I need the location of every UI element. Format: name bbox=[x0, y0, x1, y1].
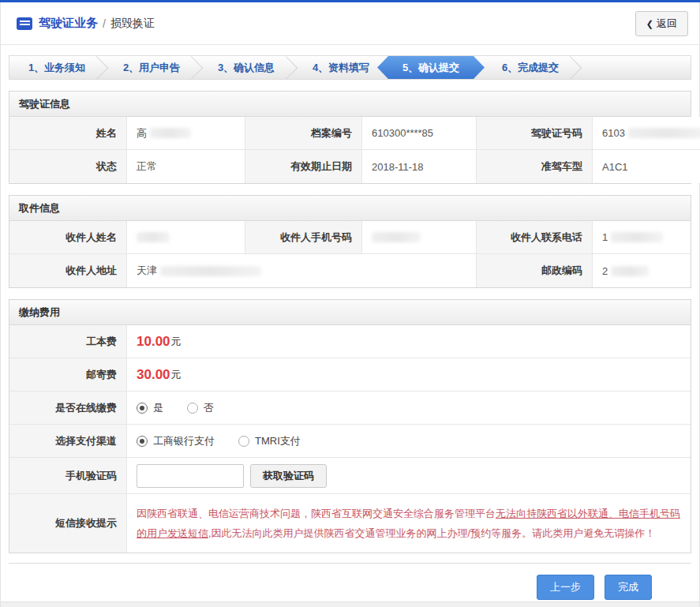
radio-channel-icbc[interactable] bbox=[137, 436, 148, 447]
step-5-confirm-submit-active[interactable]: 5、确认提交 bbox=[377, 56, 485, 79]
step-2-user-declaration[interactable]: 2、用户申告 bbox=[104, 56, 199, 79]
page-header: 驾驶证业务 / 损毁换证 ❮返回 bbox=[1, 2, 699, 45]
field-label-production-fee: 工本费 bbox=[9, 325, 127, 358]
back-button-label: 返回 bbox=[657, 17, 677, 29]
redacted-value bbox=[611, 266, 649, 276]
previous-step-button[interactable]: 上一步 bbox=[537, 575, 594, 600]
pickup-info-grid: 收件人姓名 收件人手机号码 收件人联系电话 1 收件人地址 天津 邮政编码 2 bbox=[9, 221, 691, 287]
license-info-panel: 驾驶证信息 姓名 高 档案编号 610300****85 驾驶证号码 6103 … bbox=[9, 91, 691, 184]
field-label-online-payment: 是否在线缴费 bbox=[9, 392, 127, 425]
field-label-recipient-phone: 收件人联系电话 bbox=[477, 221, 593, 254]
footer-actions: 上一步 完成 bbox=[9, 563, 691, 600]
page-title: 驾驶证业务 bbox=[39, 16, 98, 31]
step-progress-bar: 1、业务须知 2、用户申告 3、确认信息 4、资料填写 5、确认提交 6、完成提… bbox=[9, 55, 691, 80]
field-value-postage-fee: 30.00元 bbox=[127, 358, 691, 392]
field-label-recipient-address: 收件人地址 bbox=[9, 254, 127, 287]
field-value-postal-code: 2 bbox=[593, 254, 691, 287]
field-value-recipient-phone: 1 bbox=[593, 221, 691, 254]
field-value-license-number: 6103 bbox=[593, 117, 700, 150]
back-button[interactable]: ❮返回 bbox=[635, 11, 688, 36]
step-1-business-notes[interactable]: 1、业务须知 bbox=[9, 56, 104, 79]
field-value-recipient-address: 天津 bbox=[127, 254, 477, 287]
page: 驾驶证业务 / 损毁换证 ❮返回 1、业务须知 2、用户申告 3、确认信息 4、… bbox=[0, 2, 700, 607]
field-label-vehicle-class: 准驾车型 bbox=[477, 150, 593, 183]
radio-channel-tmri[interactable] bbox=[238, 436, 249, 447]
redacted-value bbox=[137, 232, 170, 242]
field-label-license-number: 驾驶证号码 bbox=[477, 117, 593, 150]
field-value-vehicle-class: A1C1 bbox=[593, 150, 700, 183]
bottom-strip bbox=[1, 601, 699, 607]
step-3-confirm-info[interactable]: 3、确认信息 bbox=[199, 56, 294, 79]
production-fee-amount: 10.00 bbox=[137, 334, 170, 350]
chevron-left-icon: ❮ bbox=[646, 19, 653, 28]
redacted-value bbox=[160, 266, 261, 276]
fee-unit: 元 bbox=[171, 335, 182, 349]
radio-channel-tmri-label: TMRI支付 bbox=[255, 434, 301, 448]
radio-channel-icbc-label: 工商银行支付 bbox=[153, 434, 215, 448]
field-label-valid-until: 有效期止日期 bbox=[245, 150, 362, 183]
radio-online-no-label: 否 bbox=[204, 401, 214, 415]
field-label-recipient-mobile: 收件人手机号码 bbox=[245, 221, 362, 254]
field-value-recipient-name bbox=[127, 221, 245, 254]
radio-online-yes[interactable] bbox=[137, 403, 148, 414]
field-label-recipient-name: 收件人姓名 bbox=[9, 221, 127, 254]
sms-code-controls: 获取验证码 bbox=[127, 458, 691, 494]
field-label-payment-channel: 选择支付渠道 bbox=[9, 425, 127, 458]
get-code-button[interactable]: 获取验证码 bbox=[250, 464, 327, 488]
finish-button[interactable]: 完成 bbox=[605, 575, 652, 600]
fee-row-postage: 邮寄费 30.00元 bbox=[9, 358, 691, 392]
radio-online-yes-label: 是 bbox=[153, 401, 163, 415]
payment-panel: 缴纳费用 工本费 10.00元 邮寄费 30.00元 是否在线缴费 是 否 选择… bbox=[9, 299, 691, 553]
postage-fee-amount: 30.00 bbox=[137, 367, 170, 383]
redacted-value bbox=[628, 128, 700, 138]
online-payment-row: 是否在线缴费 是 否 bbox=[9, 392, 691, 425]
fee-unit: 元 bbox=[171, 368, 182, 382]
field-label-file-number: 档案编号 bbox=[245, 117, 362, 150]
pickup-info-title: 取件信息 bbox=[9, 196, 691, 221]
sms-notice-row: 短信接收提示 因陕西省联通、电信运营商技术问题，陕西省互联网交通安全综合服务管理… bbox=[9, 494, 691, 553]
license-info-grid: 姓名 高 档案编号 610300****85 驾驶证号码 6103 状态 正常 … bbox=[9, 117, 691, 183]
radio-online-no[interactable] bbox=[187, 403, 198, 414]
payment-title: 缴纳费用 bbox=[9, 300, 691, 325]
breadcrumb-separator: / bbox=[103, 17, 106, 30]
field-label-sms-code: 手机验证码 bbox=[9, 458, 127, 494]
payment-channel-row: 选择支付渠道 工商银行支付 TMRI支付 bbox=[9, 425, 691, 458]
field-value-file-number: 610300****85 bbox=[362, 117, 477, 150]
redacted-value bbox=[611, 232, 663, 242]
field-value-production-fee: 10.00元 bbox=[127, 325, 691, 358]
field-value-recipient-mobile bbox=[362, 221, 477, 254]
license-info-title: 驾驶证信息 bbox=[9, 92, 691, 117]
field-label-postage-fee: 邮寄费 bbox=[9, 358, 127, 392]
field-label-status: 状态 bbox=[9, 150, 127, 183]
online-payment-options: 是 否 bbox=[127, 392, 691, 425]
pickup-info-panel: 取件信息 收件人姓名 收件人手机号码 收件人联系电话 1 收件人地址 天津 邮政… bbox=[9, 195, 691, 288]
step-6-complete-submit[interactable]: 6、完成提交 bbox=[483, 56, 578, 79]
redacted-value bbox=[372, 232, 421, 242]
fee-row-production: 工本费 10.00元 bbox=[9, 325, 691, 358]
field-label-postal-code: 邮政编码 bbox=[477, 254, 593, 287]
breadcrumb-current: 损毁换证 bbox=[110, 17, 155, 31]
redacted-value bbox=[150, 128, 191, 138]
field-label-name: 姓名 bbox=[9, 117, 127, 150]
field-value-name: 高 bbox=[127, 117, 245, 150]
payment-channel-options: 工商银行支付 TMRI支付 bbox=[127, 425, 691, 458]
sms-code-input[interactable] bbox=[137, 464, 244, 488]
step-4-fill-materials[interactable]: 4、资料填写 bbox=[294, 56, 388, 79]
field-value-valid-until: 2018-11-18 bbox=[362, 150, 477, 183]
form-list-icon bbox=[17, 17, 32, 30]
sms-code-row: 手机验证码 获取验证码 bbox=[9, 458, 691, 494]
field-label-sms-notice: 短信接收提示 bbox=[9, 494, 127, 553]
field-value-status: 正常 bbox=[127, 150, 245, 183]
sms-notice-text: 因陕西省联通、电信运营商技术问题，陕西省互联网交通安全综合服务管理平台无法向持陕… bbox=[127, 494, 691, 553]
